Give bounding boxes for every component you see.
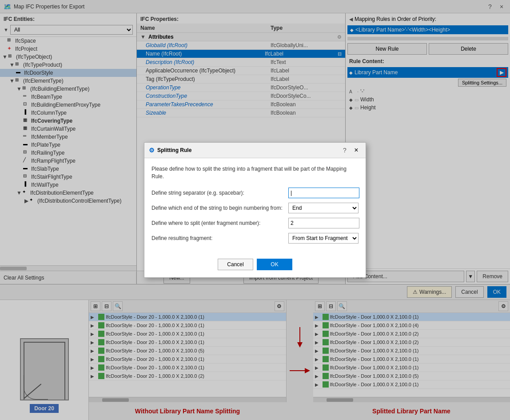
dialog-fragment-select[interactable]: From Start to Fragment From Fragment to … bbox=[288, 233, 359, 244]
dialog-field-0: Define string separator (e.g. spacebar): bbox=[151, 188, 359, 198]
dialog-title-bar: ⚙ Splitting Rule ? × bbox=[144, 143, 366, 158]
dialog-title-text: Splitting Rule bbox=[157, 147, 191, 153]
dialog-title: ⚙ Splitting Rule bbox=[149, 147, 191, 154]
dialog-field-3: Define resulting fragment: From Start to… bbox=[151, 233, 359, 244]
dialog-overlay: ⚙ Splitting Rule ? × Please define how t… bbox=[0, 0, 510, 420]
dialog-field-2: Define where to split (enter fragment nu… bbox=[151, 218, 359, 228]
dialog-field-label-3: Define resulting fragment: bbox=[151, 235, 285, 241]
dialog-field-1: Define which end of the string to begin … bbox=[151, 203, 359, 213]
dialog-close-button[interactable]: × bbox=[351, 145, 361, 155]
dialog-fragment-number-input[interactable] bbox=[288, 218, 359, 228]
dialog-separator-input[interactable] bbox=[288, 188, 359, 198]
dialog-ok-button[interactable]: OK bbox=[257, 259, 292, 270]
dialog-controls: ? × bbox=[340, 145, 361, 155]
dialog-help-button[interactable]: ? bbox=[340, 145, 350, 155]
dialog-cancel-button[interactable]: Cancel bbox=[218, 259, 253, 270]
splitting-rule-dialog: ⚙ Splitting Rule ? × Please define how t… bbox=[144, 142, 366, 278]
dialog-body: Please define how to split the string in… bbox=[144, 158, 366, 255]
dialog-numbering-select[interactable]: Start End bbox=[288, 203, 359, 213]
dialog-field-label-0: Define string separator (e.g. spacebar): bbox=[151, 190, 285, 196]
dialog-gear-icon: ⚙ bbox=[149, 147, 155, 154]
dialog-footer: Cancel OK bbox=[144, 255, 366, 277]
dialog-field-label-2: Define where to split (enter fragment nu… bbox=[151, 220, 285, 226]
dialog-description: Please define how to split the string in… bbox=[151, 165, 359, 180]
dialog-field-label-1: Define which end of the string to begin … bbox=[151, 205, 285, 211]
